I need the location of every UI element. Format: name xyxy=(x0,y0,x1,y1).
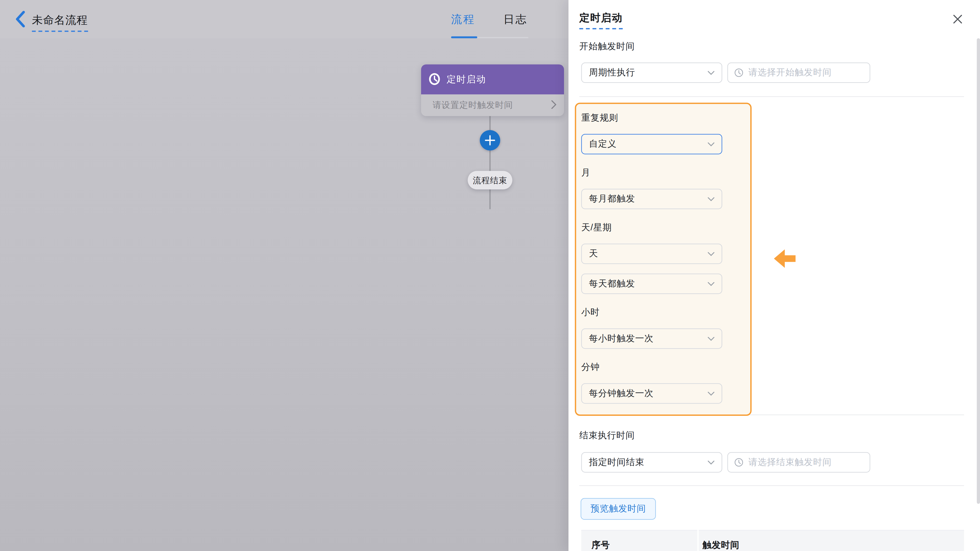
hour-label: 小时 xyxy=(581,307,600,318)
end-time-input[interactable]: 请选择结束触发时间 xyxy=(727,452,870,473)
clock-icon xyxy=(735,458,743,467)
start-time-label: 开始触发时间 xyxy=(579,41,635,52)
day-rule-value: 每天都触发 xyxy=(589,278,708,289)
chevron-down-icon xyxy=(708,337,715,341)
day-rule-select[interactable]: 每天都触发 xyxy=(581,274,722,294)
end-time-placeholder: 请选择结束触发时间 xyxy=(749,457,832,468)
tab-logs[interactable]: 日志 xyxy=(504,12,528,27)
clock-icon xyxy=(735,68,743,77)
start-mode-value: 周期性执行 xyxy=(589,67,708,79)
day-type-select[interactable]: 天 xyxy=(581,244,722,264)
tab-flow[interactable]: 流程 xyxy=(451,12,476,27)
flow-end-label: 流程结束 xyxy=(473,175,508,186)
annotation-arrow-icon xyxy=(774,249,796,268)
start-time-input[interactable]: 请选择开始触发时间 xyxy=(727,62,870,83)
end-mode-value: 指定时间结束 xyxy=(589,457,708,468)
section-divider xyxy=(579,97,964,97)
workflow-title[interactable]: 未命名流程 xyxy=(32,13,88,32)
chevron-down-icon xyxy=(708,70,715,75)
trigger-table-header: 序号 触发时间 xyxy=(581,530,964,551)
repeat-rule-label: 重复规则 xyxy=(581,112,618,124)
chevron-right-icon xyxy=(551,100,556,109)
column-header-index: 序号 xyxy=(581,530,697,551)
repeat-rule-select[interactable]: 自定义 xyxy=(581,134,722,154)
tab-underline-track xyxy=(477,37,528,38)
minute-select[interactable]: 每分钟触发一次 xyxy=(581,383,722,404)
preview-button-label: 预览触发时间 xyxy=(590,503,646,515)
end-mode-select[interactable]: 指定时间结束 xyxy=(581,452,722,473)
day-week-label: 天/星期 xyxy=(581,222,612,233)
preview-trigger-times-button[interactable]: 预览触发时间 xyxy=(581,498,656,520)
chevron-down-icon xyxy=(708,142,715,146)
start-time-placeholder: 请选择开始触发时间 xyxy=(749,67,832,79)
flow-node-body[interactable]: 请设置定时触发时间 xyxy=(421,94,564,116)
end-time-label: 结束执行时间 xyxy=(579,430,635,441)
column-header-trigger-time: 触发时间 xyxy=(699,530,964,551)
chevron-down-icon xyxy=(708,251,715,256)
flow-node-timer[interactable]: 定时启动 请设置定时触发时间 xyxy=(421,65,564,116)
day-type-value: 天 xyxy=(589,248,708,260)
timer-settings-panel: 定时启动 开始触发时间 周期性执行 请选择开始触发时间 重复规则 自定义 xyxy=(569,0,980,551)
panel-scrollbar[interactable] xyxy=(977,38,980,504)
hour-select[interactable]: 每小时触发一次 xyxy=(581,329,722,349)
close-icon[interactable] xyxy=(951,13,964,25)
month-value: 每月都触发 xyxy=(589,193,708,205)
app-window: 定时启动 请设置定时触发时间 流程结束 未命名流程 流程 日志 定时启动 xyxy=(0,0,980,551)
node-title: 定时启动 xyxy=(447,73,486,86)
clock-icon xyxy=(428,73,441,86)
chevron-down-icon xyxy=(708,282,715,286)
minute-value: 每分钟触发一次 xyxy=(589,388,708,399)
chevron-down-icon xyxy=(708,197,715,201)
flow-end-node: 流程结束 xyxy=(468,171,512,189)
month-select[interactable]: 每月都触发 xyxy=(581,189,722,209)
panel-title: 定时启动 xyxy=(579,11,623,29)
month-label: 月 xyxy=(581,167,590,179)
node-subtitle: 请设置定时触发时间 xyxy=(433,100,513,111)
active-tab-underline xyxy=(451,37,477,38)
section-divider xyxy=(579,486,964,486)
repeat-rule-value: 自定义 xyxy=(589,138,708,150)
chevron-down-icon xyxy=(708,391,715,396)
flow-node-header[interactable]: 定时启动 xyxy=(421,65,564,95)
hour-value: 每小时触发一次 xyxy=(589,333,708,345)
back-icon[interactable] xyxy=(14,11,28,27)
start-mode-select[interactable]: 周期性执行 xyxy=(581,62,722,83)
minute-label: 分钟 xyxy=(581,362,600,373)
chevron-down-icon xyxy=(708,460,715,465)
add-node-button[interactable] xyxy=(480,130,500,151)
